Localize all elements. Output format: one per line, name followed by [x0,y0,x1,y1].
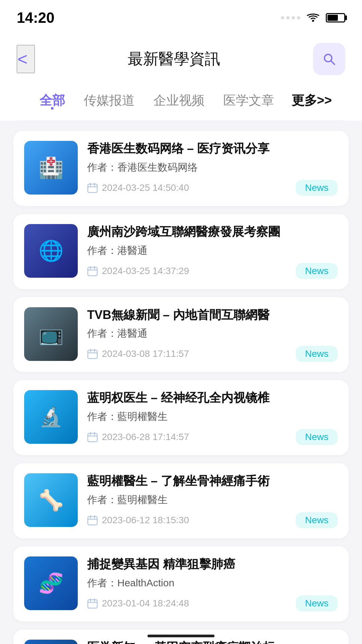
svg-rect-3 [88,184,97,193]
calendar-icon [87,432,98,442]
svg-rect-11 [88,350,97,359]
filter-tab-article[interactable]: 医学文章 [214,89,284,112]
news-date-row: 2024-03-08 17:11:57 [87,348,189,359]
news-content: TVB無線新聞 – 內地首間互聯網醫 作者：港醫通 2024-03-08 17:… [87,307,338,362]
news-meta: 2023-01-04 18:24:48 News [87,595,338,611]
news-meta: 2023-06-28 17:14:57 News [87,429,338,445]
news-meta: 2023-06-12 18:15:30 News [87,512,338,528]
news-thumbnail [24,224,78,278]
news-content: 蓝明权医生 – 经神经孔全内视镜椎 作者：藍明權醫生 2023-06-28 17… [87,390,338,445]
news-content: 医学新知 — 基因突变型癌症靶治标 作者：HealthAction 2022-1… [87,640,338,644]
news-card[interactable]: TVB無線新聞 – 內地首間互聯網醫 作者：港醫通 2024-03-08 17:… [13,297,349,372]
filter-tab-video[interactable]: 企业视频 [144,89,214,112]
news-title: 捕捉變異基因 精準狙擊肺癌 [87,556,338,572]
battery-icon [326,13,345,22]
news-thumbnail [24,556,78,610]
news-date: 2023-01-04 18:24:48 [102,598,189,609]
filter-more-button[interactable]: 更多>> [292,92,332,109]
back-button[interactable]: < [17,45,35,73]
news-date-row: 2023-06-28 17:14:57 [87,432,189,442]
news-card[interactable]: 藍明權醫生 – 了解坐骨神經痛手術 作者：藍明權醫生 2023-06-12 18… [13,463,349,538]
news-author: 作者：藍明權醫生 [87,493,338,507]
filter-tab-all[interactable]: 全部 [30,89,74,112]
news-meta: 2024-03-25 14:50:40 News [87,180,338,196]
svg-point-0 [312,20,314,22]
calendar-icon [87,182,98,193]
news-date-row: 2023-06-12 18:15:30 [87,515,189,526]
news-title: 香港医生数码网络 – 医疗资讯分享 [87,141,338,157]
news-author: 作者：港醫通 [87,327,338,340]
search-button[interactable] [313,43,345,75]
news-author: 作者：香港医生数码网络 [87,161,338,174]
news-thumbnail [24,640,78,644]
news-date: 2024-03-25 14:50:40 [102,182,189,193]
news-thumbnail [24,307,78,361]
news-author: 作者：HealthAction [87,576,338,590]
news-tag: News [296,346,338,362]
news-thumbnail [24,141,78,195]
news-content: 香港医生数码网络 – 医疗资讯分享 作者：香港医生数码网络 2024-03-25… [87,141,338,196]
news-card[interactable]: 廣州南沙跨域互聯網醫療發展考察團 作者：港醫通 2024-03-25 14:37… [13,214,349,289]
status-icons [281,13,345,23]
calendar-icon [87,598,98,609]
news-meta: 2024-03-08 17:11:57 News [87,346,338,362]
filter-row: 全部 传媒报道 企业视频 医学文章 更多>> [17,85,345,121]
news-date: 2023-06-28 17:14:57 [102,432,189,442]
svg-rect-7 [88,267,97,276]
news-card[interactable]: 捕捉變異基因 精準狙擊肺癌 作者：HealthAction 2023-01-04… [13,546,349,622]
news-tag: News [296,180,338,196]
news-meta: 2024-03-25 14:37:29 News [87,263,338,279]
news-content: 藍明權醫生 – 了解坐骨神經痛手術 作者：藍明權醫生 2023-06-12 18… [87,473,338,528]
svg-line-2 [331,61,335,64]
news-date-row: 2024-03-25 14:37:29 [87,266,189,276]
news-author: 作者：港醫通 [87,244,338,258]
news-tag: News [296,429,338,445]
news-thumbnail [24,390,78,444]
news-tag: News [296,595,338,611]
news-title: 廣州南沙跨域互聯網醫療發展考察團 [87,224,338,240]
news-tag: News [296,512,338,528]
news-date: 2023-06-12 18:15:30 [102,515,189,526]
news-title: 医学新知 — 基因突变型癌症靶治标 [87,640,338,644]
calendar-icon [87,266,98,276]
news-card[interactable]: 香港医生数码网络 – 医疗资讯分享 作者：香港医生数码网络 2024-03-25… [13,131,349,206]
svg-rect-15 [88,433,97,442]
news-tag: News [296,263,338,279]
wifi-icon [306,13,320,23]
filter-tab-media[interactable]: 传媒报道 [74,89,144,112]
svg-rect-23 [88,600,97,608]
home-indicator [147,635,215,637]
calendar-icon [87,515,98,526]
news-thumbnail [24,473,78,527]
calendar-icon [87,348,98,359]
news-content: 捕捉變異基因 精準狙擊肺癌 作者：HealthAction 2023-01-04… [87,556,338,611]
news-title: TVB無線新聞 – 內地首間互聯網醫 [87,307,338,323]
svg-rect-19 [88,517,97,525]
news-date: 2024-03-08 17:11:57 [102,348,189,359]
status-bar: 14:20 [0,0,362,30]
signal-icon [281,16,300,19]
news-card[interactable]: 蓝明权医生 – 经神经孔全内视镜椎 作者：藍明權醫生 2023-06-28 17… [13,380,349,455]
page-title: 最新醫學資訊 [35,49,313,69]
news-date-row: 2023-01-04 18:24:48 [87,598,189,609]
search-icon [322,52,337,66]
news-list: 香港医生数码网络 – 医疗资讯分享 作者：香港医生数码网络 2024-03-25… [0,121,362,644]
news-title: 蓝明权医生 – 经神经孔全内视镜椎 [87,390,338,406]
news-date-row: 2024-03-25 14:50:40 [87,182,189,193]
news-author: 作者：藍明權醫生 [87,410,338,424]
news-date: 2024-03-25 14:37:29 [102,266,189,276]
header: < 最新醫學資訊 全部 传媒报道 企业视频 医学文章 更多>> [0,30,362,121]
status-time: 14:20 [17,9,55,26]
news-title: 藍明權醫生 – 了解坐骨神經痛手術 [87,473,338,489]
news-content: 廣州南沙跨域互聯網醫療發展考察團 作者：港醫通 2024-03-25 14:37… [87,224,338,279]
